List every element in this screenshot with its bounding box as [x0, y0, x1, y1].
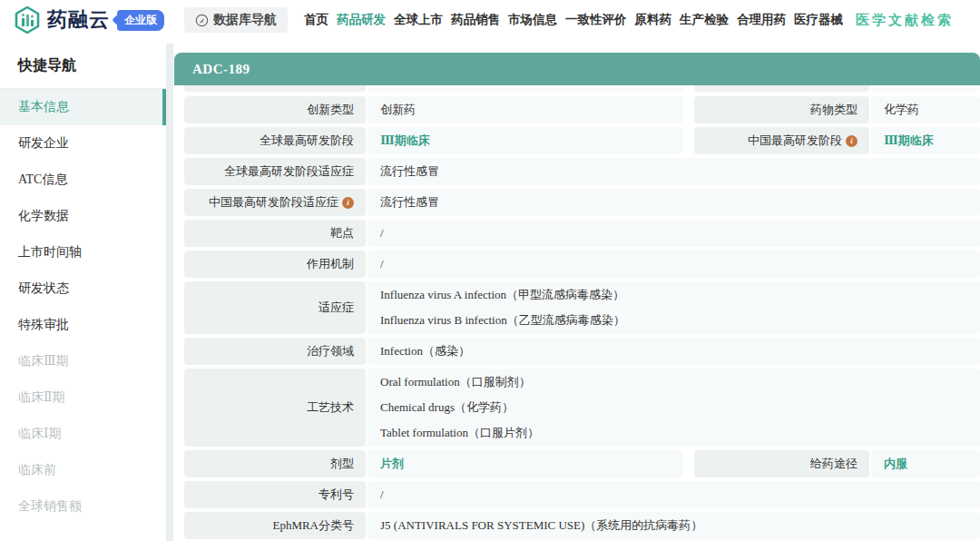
field-value: /	[368, 220, 980, 247]
sidebar-content-divider	[166, 44, 173, 541]
field-label: 全球最高研发阶段	[184, 127, 366, 154]
field-value: 流行性感冒	[368, 189, 980, 216]
value-link[interactable]: 内服	[884, 451, 980, 477]
value-link[interactable]: Ⅲ期临床	[380, 128, 683, 153]
quick-nav-sidebar: 快捷导航 基本信息研发企业ATC信息化学数据上市时间轴研发状态特殊审批临床Ⅲ期临…	[0, 44, 166, 541]
info-icon[interactable]: i	[342, 197, 354, 209]
field-label: 靶点	[184, 220, 366, 247]
field-value: Infection（感染）	[368, 338, 980, 365]
field-value: /	[368, 481, 980, 508]
field-value: Ⅲ期临床	[368, 127, 683, 154]
value-text: 化学药	[884, 97, 980, 123]
table-row: 中国最高研发阶段适应症i流行性感冒	[174, 189, 980, 216]
value-link[interactable]: 片剂	[380, 451, 683, 477]
enterprise-badge: 企业版	[117, 10, 164, 31]
field-label: 工艺技术	[184, 369, 366, 447]
value-text: Chemical drugs（化学药）	[380, 395, 980, 420]
field-label: EphMRA分类号	[184, 512, 366, 539]
field-label: 中国最高研发阶段适应症i	[184, 189, 366, 216]
nav-item-link[interactable]: 首页	[304, 12, 328, 28]
drug-name: ADC-189	[192, 62, 250, 77]
nav-item-link[interactable]: 市场信息	[508, 12, 557, 28]
main-nav: 首页药品研发全球上市药品销售市场信息一致性评价原料药生产检验合理用药医疗器械	[304, 12, 843, 28]
nav-item-link[interactable]: 原料药	[635, 12, 672, 28]
table-row: EphMRA分类号J5 (ANTIVIRALS FOR SYSTEMIC USE…	[174, 512, 980, 539]
value-text: Influenza virus B infection（乙型流感病毒感染）	[380, 308, 980, 333]
field-value: 化学药	[871, 96, 980, 123]
nav-item-link[interactable]: 生产检验	[680, 12, 729, 28]
info-icon[interactable]: i	[846, 135, 858, 147]
nav-item-link[interactable]: 全球上市	[394, 12, 443, 28]
compass-icon	[195, 14, 209, 27]
field-label: 适应症	[184, 281, 366, 334]
table-row: 剂型片剂给药途径内服	[174, 450, 980, 477]
field-value: Oral formulation（口服制剂）Chemical drugs（化学药…	[368, 369, 980, 447]
field-value: Influenza virus A infection（甲型流感病毒感染）Inf…	[368, 281, 980, 334]
field-label: 全球最高研发阶段适应症	[184, 158, 366, 185]
table-row: 适应症Influenza virus A infection（甲型流感病毒感染）…	[174, 281, 980, 334]
nav-item-link[interactable]: 医疗器械	[794, 12, 843, 28]
sidebar-item: 临床Ⅲ期	[0, 343, 166, 379]
database-nav-button[interactable]: 数据库导航	[184, 7, 288, 33]
table-row: 工艺技术Oral formulation（口服制剂）Chemical drugs…	[174, 369, 980, 447]
value-text: /	[380, 221, 980, 246]
value-text: Oral formulation（口服制剂）	[380, 369, 980, 395]
sidebar-item: 临床前	[0, 452, 166, 488]
table-row: 靶点/	[174, 220, 980, 247]
field-value: J5 (ANTIVIRALS FOR SYSTEMIC USE)（系统用的抗病毒…	[368, 512, 980, 539]
field-label: 给药途径	[694, 450, 869, 477]
nav-item-active[interactable]: 药品研发	[337, 12, 386, 28]
value-text: 流行性感冒	[380, 159, 980, 184]
sidebar-item[interactable]: 上市时间轴	[0, 234, 166, 270]
field-label: 药物类型	[694, 96, 869, 123]
field-value: 片剂	[368, 450, 683, 477]
nav-item-link[interactable]: 一致性评价	[565, 12, 627, 28]
field-value: /	[368, 251, 980, 278]
value-text: 创新药	[380, 97, 683, 123]
database-nav-label: 数据库导航	[213, 12, 277, 28]
value-text: /	[380, 482, 980, 507]
field-value: 创新药	[368, 96, 683, 123]
logo-hexagon-icon	[13, 5, 42, 34]
sidebar-item: 临床Ⅰ期	[0, 416, 166, 452]
top-bar: 药融云 企业版 数据库导航 首页药品研发全球上市药品销售市场信息一致性评价原料药…	[0, 0, 980, 40]
sidebar-item[interactable]: ATC信息	[0, 162, 166, 198]
value-link[interactable]: Ⅲ期临床	[884, 128, 980, 153]
app-logo[interactable]: 药融云 企业版	[13, 5, 164, 34]
field-value: 内服	[871, 450, 980, 477]
field-label: 创新类型	[184, 96, 366, 123]
field-label: 剂型	[184, 450, 366, 477]
clipped-row	[174, 85, 980, 92]
sidebar-item[interactable]: 化学数据	[0, 198, 166, 234]
sidebar-item[interactable]: 研发状态	[0, 270, 166, 307]
field-label: 作用机制	[184, 251, 366, 278]
sidebar-item[interactable]: 特殊审批	[0, 307, 166, 343]
table-row: 专利号/	[174, 481, 980, 508]
value-text: Influenza virus A infection（甲型流感病毒感染）	[380, 282, 980, 308]
table-row: 创新类型创新药药物类型化学药	[174, 96, 980, 123]
table-row: 全球最高研发阶段Ⅲ期临床中国最高研发阶段iⅢ期临床	[174, 127, 980, 154]
nav-item-link[interactable]: 合理用药	[737, 12, 786, 28]
sidebar-item[interactable]: 研发企业	[0, 125, 166, 162]
table-row: 全球最高研发阶段适应症流行性感冒	[174, 158, 980, 185]
nav-item-link[interactable]: 药品销售	[451, 12, 500, 28]
literature-search-link[interactable]: 医学文献检索	[856, 12, 954, 29]
field-value: Ⅲ期临床	[871, 127, 980, 154]
sidebar-item: 全球销售额	[0, 488, 166, 525]
sidebar-title: 快捷导航	[0, 44, 166, 88]
value-text: Tablet formulation（口服片剂）	[380, 420, 980, 446]
table-row: 作用机制/	[174, 251, 980, 278]
drug-detail-panel: ADC-189 创新类型创新药药物类型化学药全球最高研发阶段Ⅲ期临床中国最高研发…	[174, 53, 980, 541]
drug-title-bar: ADC-189	[174, 53, 980, 85]
value-text: J5 (ANTIVIRALS FOR SYSTEMIC USE)（系统用的抗病毒…	[380, 513, 980, 538]
value-text: 流行性感冒	[380, 190, 980, 215]
field-value: 流行性感冒	[368, 158, 980, 185]
sidebar-item[interactable]: 基本信息	[0, 89, 166, 125]
sidebar-item: 临床Ⅱ期	[0, 379, 166, 416]
table-row: 治疗领域Infection（感染）	[174, 338, 980, 365]
field-label: 中国最高研发阶段i	[694, 127, 869, 154]
field-label: 专利号	[184, 481, 366, 508]
value-text: /	[380, 251, 980, 277]
value-text: Infection（感染）	[380, 339, 980, 364]
logo-text: 药融云	[47, 6, 110, 34]
